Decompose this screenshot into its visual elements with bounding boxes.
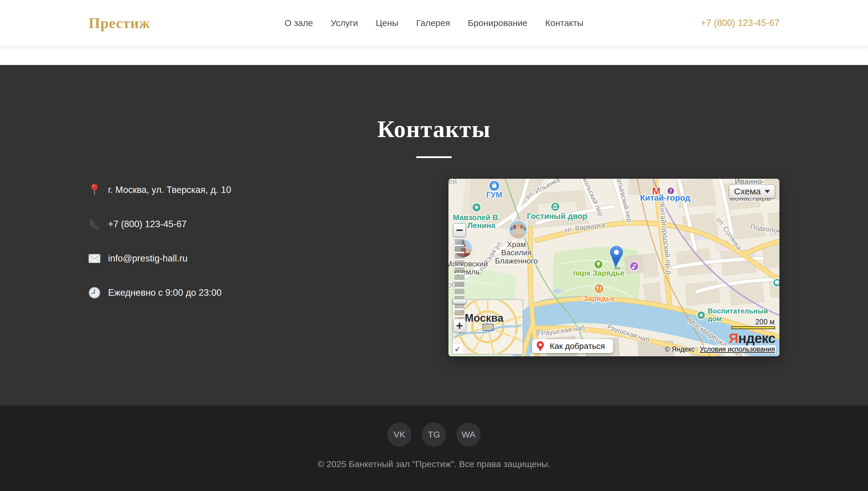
- metro-station-label: Китай-город: [640, 193, 690, 202]
- chevron-down-icon: [765, 190, 770, 193]
- contact-email-row: info@prestig-hall.ru: [89, 252, 231, 265]
- inset-viewport-rect[interactable]: [483, 324, 494, 331]
- nav-link-gallery[interactable]: Галерея: [416, 18, 450, 28]
- poi-tree-icon[interactable]: [594, 260, 603, 269]
- zoom-in-button[interactable]: +: [453, 319, 466, 333]
- street-label-fragment: ей: [448, 179, 457, 186]
- poi-label-basil: Василия: [501, 248, 531, 257]
- map-copyright-text: © Яндекс: [665, 345, 695, 353]
- social-links: VK TG WA: [0, 423, 868, 447]
- social-wa[interactable]: WA: [457, 423, 480, 447]
- site-logo[interactable]: Престиж: [89, 15, 285, 32]
- footer-copyright: © 2025 Банкетный зал "Престиж". Все прав…: [0, 459, 868, 469]
- header-gap: [0, 46, 868, 65]
- contact-info-list: г. Москва, ул. Тверская, д. 10 +7 (800) …: [89, 179, 231, 321]
- nav-link-prices[interactable]: Цены: [376, 18, 398, 28]
- poi-transport-icon[interactable]: [773, 279, 779, 287]
- phone-icon: [89, 218, 100, 231]
- poi-label-vospit: Воспитательный: [708, 307, 768, 315]
- contacts-body: г. Москва, ул. Тверская, д. 10 +7 (800) …: [0, 179, 868, 356]
- contact-phone-row: +7 (800) 123-45-67: [89, 218, 231, 231]
- site-footer: VK TG WA © 2025 Банкетный зал "Престиж".…: [0, 406, 868, 491]
- contacts-section: Контакты г. Москва, ул. Тверская, д. 10: [0, 65, 868, 406]
- poi-gostiny-icon[interactable]: [551, 202, 560, 211]
- poi-gum-icon[interactable]: [489, 180, 500, 191]
- poi-label-park: парк Зарядье: [573, 268, 625, 278]
- social-tg[interactable]: TG: [422, 423, 446, 447]
- collapse-inset-button[interactable]: ↙: [453, 344, 462, 354]
- zoom-slider-handle[interactable]: [452, 299, 466, 304]
- map-scale-bar: [732, 326, 775, 329]
- map-layer-switcher[interactable]: Схема: [729, 185, 775, 198]
- poi-music-icon[interactable]: [630, 262, 639, 270]
- map-scale-label: 200 м: [755, 318, 775, 326]
- nav-link-about[interactable]: О зале: [285, 18, 313, 28]
- nav-link-contacts[interactable]: Контакты: [545, 18, 584, 28]
- poi-label-mausoleum: Мавзолей В.: [453, 213, 500, 222]
- poi-mausoleum-icon[interactable]: [472, 203, 481, 212]
- contact-email-text: info@prestig-hall.ru: [108, 253, 187, 264]
- poi-vospit-icon[interactable]: [697, 311, 705, 319]
- main-nav: О зале Услуги Цены Галерея Бронирование …: [285, 18, 583, 28]
- email-icon: [89, 252, 100, 265]
- nav-link-services[interactable]: Услуги: [331, 18, 358, 28]
- poi-label-gostiny: Гостиный двор: [527, 212, 588, 221]
- arrow-down-left-icon: ↙: [455, 345, 461, 353]
- poi-label-restaurant: Зарядье: [583, 294, 615, 303]
- poi-basil-photo[interactable]: [508, 220, 528, 240]
- yandex-logo-rest: ндекс: [738, 330, 775, 346]
- contact-address-row: г. Москва, ул. Тверская, д. 10: [89, 183, 231, 197]
- poi-label-gum: ГУМ: [486, 191, 502, 199]
- zoom-out-button[interactable]: −: [453, 223, 466, 237]
- poi-label-kremlin: Московский: [448, 259, 488, 268]
- yandex-logo-first-letter: Я: [728, 330, 738, 346]
- directions-button-label: Как добраться: [550, 342, 605, 351]
- page: Престиж О зале Услуги Цены Галерея Брони…: [0, 0, 868, 491]
- contact-address-text: г. Москва, ул. Тверская, д. 10: [108, 185, 231, 195]
- site-header: Престиж О зале Услуги Цены Галерея Брони…: [0, 0, 868, 46]
- directions-button[interactable]: Как добраться: [532, 339, 613, 353]
- poi-label-basil: Блаженного: [495, 256, 538, 265]
- map-attribution: © Яндекс Условия использования: [665, 345, 776, 353]
- yandex-pin-icon: [536, 341, 545, 352]
- yandex-logo[interactable]: Яндекс: [728, 330, 775, 346]
- section-title: Контакты: [0, 116, 868, 143]
- contact-hours-row: Ежедневно с 9:00 до 23:00: [89, 286, 231, 299]
- clock-icon: [89, 286, 100, 299]
- social-vk[interactable]: VK: [388, 423, 411, 447]
- poi-label-vospit: дом: [708, 315, 721, 323]
- contact-hours-text: Ежедневно с 9:00 до 23:00: [108, 287, 221, 298]
- terms-of-use-link[interactable]: Условия использования: [699, 345, 776, 353]
- inset-city-label: Москва: [465, 312, 503, 324]
- pin-icon: [89, 183, 100, 197]
- contact-phone-text: +7 (800) 123-45-67: [108, 219, 187, 230]
- map-layer-switcher-label: Схема: [734, 186, 761, 197]
- poi-restaurant-icon[interactable]: [594, 284, 604, 293]
- title-divider: [416, 156, 452, 158]
- nav-link-booking[interactable]: Бронирование: [468, 18, 528, 28]
- poi-label-basil: Храм: [507, 240, 526, 249]
- header-phone[interactable]: +7 (800) 123-45-67: [701, 18, 779, 28]
- zoom-slider-track[interactable]: [455, 237, 464, 318]
- yandex-map[interactable]: М 7 ул. Ильинка ул. Варварка: [448, 179, 779, 356]
